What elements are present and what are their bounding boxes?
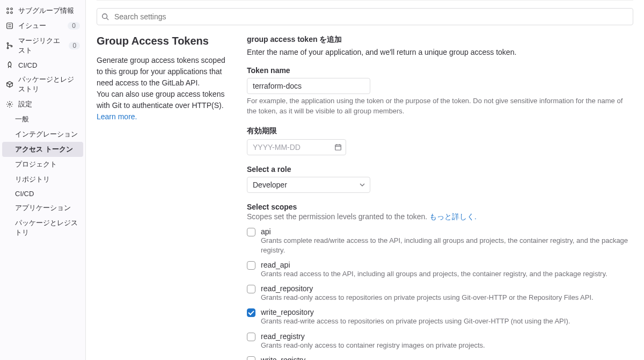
sidebar-item-4[interactable]: パッケージとレジストリ (0, 72, 85, 97)
sidebar-item-label: サブグループ情報 (18, 6, 74, 16)
search-settings-wrap (97, 8, 633, 25)
scope-checkbox-read_repository[interactable] (247, 285, 255, 293)
sidebar-item-label: イシュー (18, 21, 46, 31)
search-input[interactable] (97, 8, 633, 25)
issues-icon (5, 21, 14, 30)
role-label: Select a role (247, 165, 633, 174)
sidebar-item-label: CI/CD (18, 61, 37, 69)
sidebar-badge: 0 (68, 22, 80, 30)
scope-item-write_registry: write_registryGrants write access to con… (247, 356, 633, 360)
sidebar-sub-1[interactable]: インテグレーション (0, 127, 85, 142)
svg-line-11 (11, 67, 11, 68)
scope-checkbox-api[interactable] (247, 228, 255, 236)
subgroup-icon (5, 6, 14, 15)
scope-desc: Grants read access to the API, including… (261, 269, 608, 279)
sidebar-sub-7[interactable]: パッケージとレジストリ (0, 215, 85, 240)
search-icon (101, 13, 109, 20)
page-title: Group Access Tokens (97, 35, 225, 47)
scopes-caption: Scopes set the permission levels granted… (247, 212, 633, 222)
scope-desc: Grants read-write access to repositories… (261, 316, 570, 326)
learn-more-link[interactable]: Learn more. (97, 112, 137, 121)
role-select[interactable]: Developer (247, 177, 370, 193)
svg-point-8 (7, 47, 9, 49)
scope-desc: Grants read-only access to container reg… (261, 341, 485, 350)
sidebar-item-0[interactable]: サブグループ情報 (0, 3, 85, 18)
package-icon (5, 80, 14, 89)
svg-point-1 (11, 8, 13, 10)
sidebar-sub-5[interactable]: CI/CD (0, 187, 85, 200)
scope-checkbox-read_api[interactable] (247, 261, 255, 270)
token-name-input[interactable] (247, 78, 370, 94)
scopes-label: Select scopes (247, 203, 633, 211)
svg-rect-15 (335, 145, 341, 150)
svg-point-3 (11, 12, 13, 14)
sidebar-sub-4[interactable]: リポジトリ (0, 172, 85, 187)
sidebar-item-1[interactable]: イシュー0 (0, 18, 85, 33)
scopes-more-link[interactable]: もっと詳しく. (429, 212, 477, 221)
sidebar-badge: 0 (69, 42, 80, 49)
svg-point-12 (9, 103, 11, 105)
sidebar-item-label: 設定 (18, 99, 32, 109)
scope-checkbox-read_registry[interactable] (247, 333, 255, 341)
section-summary: Group Access Tokens Generate group acces… (97, 35, 225, 360)
scope-item-write_repository: write_repositoryGrants read-write access… (247, 308, 633, 326)
scope-item-read_repository: read_repositoryGrants read-only access t… (247, 284, 633, 303)
scope-desc: Grants read-only access to repositories … (261, 293, 594, 303)
scope-name: api (261, 227, 633, 236)
form-header: group access token を追加 (247, 35, 633, 45)
scope-name: read_repository (261, 284, 594, 293)
sidebar-sub-3[interactable]: プロジェクト (0, 157, 85, 172)
page-desc-2: You can also use group access tokens wit… (97, 89, 225, 123)
form-subheader: Enter the name of your application, and … (247, 48, 633, 56)
main-content: Group Access Tokens Generate group acces… (86, 0, 644, 360)
token-name-help: For example, the application using the t… (247, 96, 633, 117)
svg-point-7 (7, 42, 9, 44)
scope-item-read_api: read_apiGrants read access to the API, i… (247, 261, 633, 279)
scope-checkbox-write_repository[interactable] (247, 308, 255, 317)
scope-name: read_api (261, 261, 608, 269)
scope-item-read_registry: read_registryGrants read-only access to … (247, 332, 633, 350)
rocket-icon (5, 61, 14, 69)
svg-rect-4 (7, 23, 13, 29)
merge-icon (5, 41, 14, 50)
scope-checkbox-write_registry[interactable] (247, 356, 255, 360)
scope-name: write_repository (261, 308, 570, 316)
sidebar-item-label: パッケージとレジストリ (18, 75, 80, 94)
svg-point-0 (7, 8, 9, 10)
sidebar-sub-6[interactable]: アプリケーション (0, 200, 85, 215)
svg-point-13 (103, 14, 107, 19)
sidebar: サブグループ情報イシュー0マージリクエスト0CI/CDパッケージとレジストリ設定… (0, 0, 86, 360)
expiry-label: 有効期限 (247, 126, 633, 136)
scope-name: write_registry (261, 356, 471, 360)
sidebar-sub-2[interactable]: アクセス トークン (2, 142, 83, 157)
scope-desc: Grants complete read/write access to the… (261, 236, 633, 255)
svg-line-10 (8, 67, 9, 68)
sidebar-item-2[interactable]: マージリクエスト0 (0, 33, 85, 58)
page-desc-1: Generate group access tokens scoped to t… (97, 55, 225, 89)
expiry-input[interactable] (247, 139, 346, 155)
svg-line-14 (107, 18, 109, 20)
svg-point-2 (7, 12, 9, 14)
sidebar-sub-0[interactable]: 一般 (0, 112, 85, 127)
svg-point-9 (11, 46, 12, 47)
calendar-icon (334, 143, 342, 151)
sidebar-item-5[interactable]: 設定 (0, 97, 85, 112)
sidebar-item-3[interactable]: CI/CD (0, 58, 85, 72)
token-name-label: Token name (247, 66, 633, 75)
scope-item-api: apiGrants complete read/write access to … (247, 227, 633, 255)
scope-name: read_registry (261, 332, 485, 341)
settings-icon (5, 100, 14, 109)
sidebar-item-label: マージリクエスト (18, 36, 64, 55)
